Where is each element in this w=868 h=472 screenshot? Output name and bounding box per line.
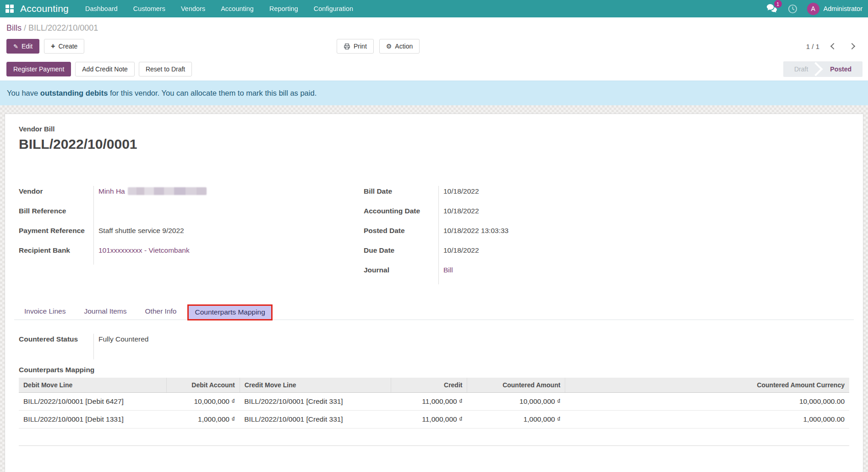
reset-to-draft-button[interactable]: Reset to Draft [139,62,192,76]
menu-vendors[interactable]: Vendors [181,5,205,12]
field-journal: Journal Bill [364,265,716,284]
messages-icon[interactable]: 1 [766,3,778,14]
menu-reporting[interactable]: Reporting [269,5,298,12]
menu-accounting[interactable]: Accounting [221,5,254,12]
counterparts-mapping-table: Debit Move Line Debit Account Credit Mov… [19,378,849,446]
cell-debit-account: 10,000,000 ₫ [167,393,240,411]
main-menu: Dashboard Customers Vendors Accounting R… [85,5,353,12]
col-debit-move-line[interactable]: Debit Move Line [19,378,167,393]
field-recipient-bank: Recipient Bank 101xxxxxxxxx - Vietcomban… [19,245,360,265]
field-group-left: Vendor Minh Ha Bill Reference Payment Re… [19,186,360,284]
create-button[interactable]: + Create [44,39,84,54]
menu-customers[interactable]: Customers [133,5,165,12]
tab-other-info[interactable]: Other Info [138,304,184,320]
pager-next-icon[interactable] [849,43,855,49]
action-button[interactable]: ⚙ Action [379,39,420,54]
cell-countered-amount-currency: 1,000,000.00 [565,411,849,429]
top-navbar: Accounting Dashboard Customers Vendors A… [0,0,868,17]
printer-icon [344,43,350,50]
posted-date-value: 10/18/2022 13:03:33 [438,225,716,245]
notebook-tabs: Invoice Lines Journal Items Other Info C… [14,304,854,320]
bill-date-value: 10/18/2022 [438,186,716,206]
pager-value: 1 / 1 [806,43,819,50]
print-button[interactable]: Print [337,39,374,54]
content-background: Vendor Bill BILL/2022/10/0001 Vendor Min… [0,105,868,472]
table-row[interactable]: BILL/2022/10/0001 [Debit 6427] 10,000,00… [19,393,849,411]
col-debit-account[interactable]: Debit Account [167,378,240,393]
menu-dashboard[interactable]: Dashboard [85,5,118,12]
status-posted: Posted [821,65,861,73]
tab-counterparts-mapping[interactable]: Counterparts Mapping [187,304,272,320]
banner-bold-text: outstanding debits [40,89,108,97]
field-vendor: Vendor Minh Ha [19,186,360,206]
counterparts-mapping-heading: Counterparts Mapping [19,366,854,374]
cell-credit: 11,000,000 ₫ [391,411,467,429]
table-empty-row [19,429,849,446]
banner-text: You have [7,89,40,97]
breadcrumb-current: BILL/2022/10/0001 [28,23,98,33]
messages-count-badge: 1 [774,0,782,8]
cell-debit-account: 1,000,000 ₫ [167,411,240,429]
table-header-row: Debit Move Line Debit Account Credit Mov… [19,378,849,393]
user-name: Administrator [824,5,863,12]
table-row[interactable]: BILL/2022/10/0001 [Debit 1331] 1,000,000… [19,411,849,429]
cell-countered-amount: 1,000,000 ₫ [467,411,565,429]
vendor-link[interactable]: Minh Ha [98,187,125,195]
pencil-icon: ✎ [13,43,18,50]
plus-icon: + [51,43,55,50]
accounting-date-value: 10/18/2022 [438,206,716,225]
cell-credit-move-line[interactable]: BILL/2022/10/0001 [Credit 331] [240,411,391,429]
pager: 1 / 1 [806,43,854,50]
field-group-right: Bill Date 10/18/2022 Accounting Date 10/… [364,186,716,284]
payment-reference-value: Staff shuttle service 9/2022 [93,225,360,245]
register-payment-button[interactable]: Register Payment [6,62,71,76]
menu-configuration[interactable]: Configuration [314,5,353,12]
field-bill-reference: Bill Reference [19,206,360,225]
col-countered-amount[interactable]: Countered Amount [467,378,565,393]
field-countered-status: Countered Status Fully Countered [19,334,854,359]
status-arrow-icon [809,62,823,76]
bill-reference-value [93,206,360,225]
banner-text-suffix: for this vendor. You can allocate them t… [108,89,317,97]
outstanding-debits-banner: You have outstanding debits for this ven… [0,81,868,105]
activity-clock-icon[interactable] [787,4,798,14]
cell-credit-move-line[interactable]: BILL/2022/10/0001 [Credit 331] [240,393,391,411]
col-countered-amount-currency[interactable]: Countered Amount Currency [565,378,849,393]
gear-icon: ⚙ [386,43,392,50]
app-title[interactable]: Accounting [20,3,69,14]
cell-debit-move-line[interactable]: BILL/2022/10/0001 [Debit 1331] [19,411,167,429]
tab-invoice-lines[interactable]: Invoice Lines [17,304,73,320]
col-credit[interactable]: Credit [391,378,467,393]
control-panel: ✎ Edit + Create Print ⚙ Action 1 / 1 [0,35,868,58]
countered-status-value: Fully Countered [93,334,854,359]
cell-credit: 11,000,000 ₫ [391,393,467,411]
cell-debit-move-line[interactable]: BILL/2022/10/0001 [Debit 6427] [19,393,167,411]
field-posted-date: Posted Date 10/18/2022 13:03:33 [364,225,716,245]
breadcrumb-bills-link[interactable]: Bills [6,23,22,33]
add-credit-note-button[interactable]: Add Credit Note [75,62,135,76]
pager-previous-icon[interactable] [830,43,837,49]
field-bill-date: Bill Date 10/18/2022 [364,186,716,206]
breadcrumb: Bills / BILL/2022/10/0001 [0,17,868,35]
vendor-name-redacted [128,187,207,195]
field-payment-reference: Payment Reference Staff shuttle service … [19,225,360,245]
document-type-label: Vendor Bill [14,125,854,133]
cell-countered-amount: 10,000,000 ₫ [467,393,565,411]
cell-countered-amount-currency: 10,000,000.00 [565,393,849,411]
col-credit-move-line[interactable]: Credit Move Line [240,378,391,393]
journal-link[interactable]: Bill [443,266,453,274]
due-date-value: 10/18/2022 [438,245,716,265]
edit-button[interactable]: ✎ Edit [6,39,39,54]
avatar: A [807,3,819,15]
recipient-bank-link[interactable]: 101xxxxxxxxx - Vietcombank [98,246,190,254]
field-due-date: Due Date 10/18/2022 [364,245,716,265]
apps-grid-icon[interactable] [5,5,14,13]
workflow-row: Register Payment Add Credit Note Reset t… [0,58,868,81]
field-accounting-date: Accounting Date 10/18/2022 [364,206,716,225]
form-sheet: Vendor Bill BILL/2022/10/0001 Vendor Min… [5,114,863,472]
tab-journal-items[interactable]: Journal Items [76,304,134,320]
user-menu[interactable]: A Administrator [807,3,863,15]
field-groups: Vendor Minh Ha Bill Reference Payment Re… [19,186,854,284]
breadcrumb-separator: / [24,23,28,33]
page-title: BILL/2022/10/0001 [19,136,854,152]
